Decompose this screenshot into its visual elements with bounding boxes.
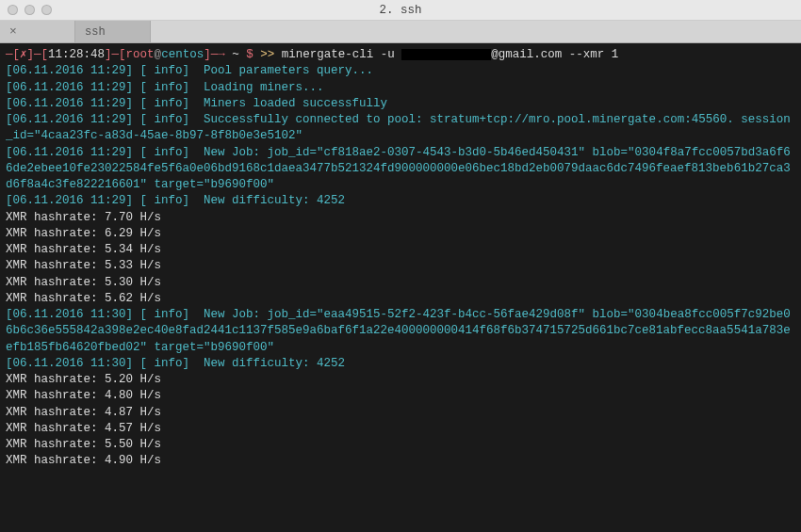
traffic-lights (8, 5, 52, 15)
prompt-line: —[✗]—[11:28:48]—[root@centos]—→ ~ $ >> m… (6, 47, 795, 63)
redacted-email (401, 49, 491, 60)
maximize-icon[interactable] (41, 5, 52, 15)
hashrate-line: XMR hashrate: 5.33 H/s (6, 258, 795, 274)
log-line: [06.11.2016 11:30] [ info] New difficult… (6, 356, 795, 372)
hashrate-line: XMR hashrate: 5.34 H/s (6, 242, 795, 258)
hashrate-line: XMR hashrate: 6.29 H/s (6, 226, 795, 242)
hashrate-line: XMR hashrate: 4.57 H/s (6, 421, 795, 437)
hashrate-line: XMR hashrate: 5.62 H/s (6, 291, 795, 307)
hashrate-line: XMR hashrate: 5.20 H/s (6, 372, 795, 388)
tab-ssh[interactable]: ssh (75, 21, 151, 42)
log-line: [06.11.2016 11:30] [ info] New Job: job_… (6, 307, 795, 356)
minimize-icon[interactable] (25, 5, 35, 15)
log-line: [06.11.2016 11:29] [ info] Pool paramete… (6, 63, 795, 79)
log-line: [06.11.2016 11:29] [ info] Miners loaded… (6, 96, 795, 112)
tab-bar: × ssh (0, 21, 801, 43)
window-titlebar: 2. ssh (0, 0, 801, 21)
log-line: [06.11.2016 11:29] [ info] Successfully … (6, 112, 795, 145)
hashrate-line: XMR hashrate: 4.87 H/s (6, 405, 795, 421)
terminal-output[interactable]: —[✗]—[11:28:48]—[root@centos]—→ ~ $ >> m… (0, 43, 801, 474)
hashrate-line: XMR hashrate: 7.70 H/s (6, 210, 795, 226)
log-line: [06.11.2016 11:29] [ info] New difficult… (6, 193, 795, 209)
window-title: 2. ssh (379, 4, 421, 17)
log-line: [06.11.2016 11:29] [ info] Loading miner… (6, 80, 795, 96)
hashrate-line: XMR hashrate: 5.30 H/s (6, 275, 795, 291)
tab-label: ssh (85, 25, 106, 39)
hashrate-line: XMR hashrate: 4.80 H/s (6, 388, 795, 404)
log-line: [06.11.2016 11:29] [ info] New Job: job_… (6, 145, 795, 194)
hashrate-line: XMR hashrate: 5.50 H/s (6, 437, 795, 453)
close-icon[interactable]: × (9, 24, 17, 39)
tab-close-area[interactable]: × (0, 21, 75, 42)
hashrate-line: XMR hashrate: 4.90 H/s (6, 453, 795, 469)
close-icon[interactable] (8, 5, 18, 15)
